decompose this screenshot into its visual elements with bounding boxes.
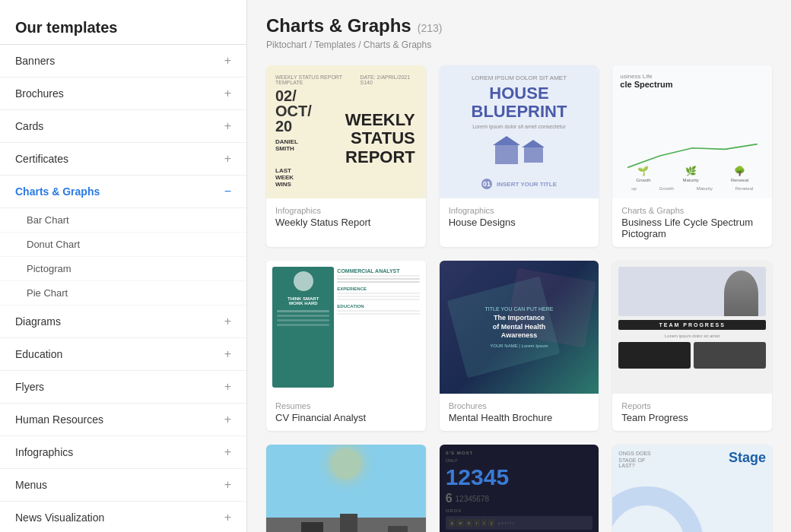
template-card-cv-financial[interactable]: THINK SMARTWORK HARD COMMERCIAL ANALYST … bbox=[266, 261, 426, 431]
sidebar-icon-human-resources: + bbox=[224, 413, 231, 426]
sidebar-icon-diagrams: + bbox=[224, 315, 231, 328]
sub-item-bar-chart[interactable]: Bar Chart bbox=[0, 208, 246, 233]
template-info-cv-financial: Resumes CV Financial Analyst bbox=[266, 394, 426, 431]
template-thumb-stage: ONGS DOES STAGE OF LAST? Stage Stage 1 S… bbox=[612, 445, 772, 532]
sub-label-bar-chart: Bar Chart bbox=[27, 214, 69, 226]
sub-item-pie-chart[interactable]: Pie Chart bbox=[0, 281, 246, 306]
sidebar-item-flyers[interactable]: Flyers+ bbox=[0, 371, 246, 404]
sidebar-label-brochures: Brochures bbox=[15, 87, 64, 100]
sidebar: Our templates Banners+Brochures+Cards+Ce… bbox=[0, 0, 247, 532]
template-card-weekly-status[interactable]: WEEKLY STATUS REPORT TEMPLATEDATE: 2/APR… bbox=[266, 65, 426, 247]
template-name-cv-financial: CV Financial Analyst bbox=[275, 412, 417, 423]
sidebar-item-infographics[interactable]: Infographics+ bbox=[0, 436, 246, 469]
sidebar-icon-infographics: + bbox=[224, 445, 231, 459]
template-card-house-blueprint[interactable]: LOREM IPSUM DOLOR SIT AMET HOUSEBLUEPRIN… bbox=[440, 65, 599, 247]
breadcrumb: Piktochart / Templates / Charts & Graphs bbox=[266, 40, 772, 50]
sidebar-label-certificates: Certificates bbox=[15, 153, 68, 165]
template-card-dashboard[interactable]: S'S MOST ONLY 12345 6 12345678 ORDS q w … bbox=[440, 445, 599, 532]
template-thumb-dashboard: S'S MOST ONLY 12345 6 12345678 ORDS q w … bbox=[440, 445, 599, 532]
template-thumb-team-progress: TEAM PROGRESS Lorem ipsum dolor sit amet bbox=[612, 261, 772, 394]
template-name-business-lifecycle: Business Life Cycle Spectrum Pictogram bbox=[621, 217, 763, 239]
sub-item-pictogram[interactable]: Pictogram bbox=[0, 257, 246, 281]
template-thumb-house-blueprint: LOREM IPSUM DOLOR SIT AMET HOUSEBLUEPRIN… bbox=[440, 65, 599, 198]
template-category-cv-financial: Resumes bbox=[275, 401, 417, 410]
sidebar-item-human-resources[interactable]: Human Resources+ bbox=[0, 404, 246, 436]
sidebar-item-brochures[interactable]: Brochures+ bbox=[0, 78, 246, 110]
template-category-business-lifecycle: Charts & Graphs bbox=[621, 206, 763, 215]
templates-grid: WEEKLY STATUS REPORT TEMPLATEDATE: 2/APR… bbox=[266, 65, 772, 532]
template-count: (213) bbox=[418, 22, 443, 34]
sidebar-item-certificates[interactable]: Certificates+ bbox=[0, 143, 246, 176]
template-name-team-progress: Team Progress bbox=[621, 412, 763, 423]
template-info-mental-health: Brochures Mental Health Brochure bbox=[440, 394, 599, 431]
main-content: Charts & Graphs (213) Piktochart / Templ… bbox=[247, 0, 791, 532]
template-name-house-blueprint: House Designs bbox=[449, 217, 590, 228]
template-name-mental-health: Mental Health Brochure bbox=[449, 412, 590, 423]
page-header: Charts & Graphs (213) Piktochart / Templ… bbox=[266, 15, 772, 50]
template-card-business-lifecycle[interactable]: usiness Life cle Spectrum 🌱 Growth 🌿 Mat… bbox=[612, 65, 772, 247]
sidebar-icon-charts-graphs: − bbox=[224, 185, 231, 198]
sidebar-label-cards: Cards bbox=[15, 120, 43, 132]
sidebar-label-infographics: Infographics bbox=[15, 446, 73, 458]
page-title-text: Charts & Graphs bbox=[266, 15, 411, 36]
template-thumb-mental-health: TITLE YOU CAN PUT HERE The Importanceof … bbox=[440, 261, 599, 394]
template-thumb-business-lifecycle: usiness Life cle Spectrum 🌱 Growth 🌿 Mat… bbox=[612, 65, 772, 198]
sidebar-label-charts-graphs: Charts & Graphs bbox=[15, 185, 100, 198]
sidebar-item-charts-graphs[interactable]: Charts & Graphs− bbox=[0, 176, 246, 208]
sub-label-donut-chart: Donut Chart bbox=[27, 239, 80, 250]
template-info-house-blueprint: Infographics House Designs bbox=[440, 198, 599, 236]
sub-item-donut-chart[interactable]: Donut Chart bbox=[0, 233, 246, 257]
sidebar-icon-brochures: + bbox=[224, 87, 231, 100]
template-card-mental-health[interactable]: TITLE YOU CAN PUT HERE The Importanceof … bbox=[440, 261, 599, 431]
template-category-mental-health: Brochures bbox=[449, 401, 590, 410]
template-info-team-progress: Reports Team Progress bbox=[612, 394, 772, 431]
sidebar-item-education[interactable]: Education+ bbox=[0, 338, 246, 371]
sidebar-item-banners[interactable]: Banners+ bbox=[0, 45, 246, 78]
sidebar-label-education: Education bbox=[15, 348, 62, 360]
sidebar-icon-cards: + bbox=[224, 119, 231, 133]
sidebar-label-human-resources: Human Resources bbox=[15, 413, 103, 426]
template-info-weekly-status: Infographics Weekly Status Report bbox=[266, 198, 426, 236]
sub-items-charts-graphs: Bar ChartDonut ChartPictogramPie Chart bbox=[0, 208, 246, 306]
template-thumb-buildings bbox=[266, 445, 426, 532]
sidebar-label-news-visualization: News Visualization bbox=[15, 511, 104, 524]
sidebar-item-cards[interactable]: Cards+ bbox=[0, 110, 246, 143]
sidebar-icon-flyers: + bbox=[224, 380, 231, 394]
template-name-weekly-status: Weekly Status Report bbox=[275, 217, 417, 228]
sidebar-label-menus: Menus bbox=[15, 479, 47, 491]
sidebar-icon-banners: + bbox=[224, 54, 231, 68]
template-card-buildings[interactable]: Infographics City Buildings bbox=[266, 445, 426, 532]
template-category-team-progress: Reports bbox=[621, 401, 763, 410]
template-category-weekly-status: Infographics bbox=[275, 206, 417, 215]
sidebar-label-banners: Banners bbox=[15, 55, 55, 67]
template-card-team-progress[interactable]: TEAM PROGRESS Lorem ipsum dolor sit amet… bbox=[612, 261, 772, 431]
template-info-business-lifecycle: Charts & Graphs Business Life Cycle Spec… bbox=[612, 198, 772, 247]
sidebar-icon-certificates: + bbox=[224, 152, 231, 166]
sidebar-title: Our templates bbox=[0, 8, 246, 45]
sidebar-item-news-visualization[interactable]: News Visualization+ bbox=[0, 502, 246, 532]
sidebar-label-flyers: Flyers bbox=[15, 381, 44, 393]
sidebar-label-diagrams: Diagrams bbox=[15, 315, 61, 328]
template-thumb-cv-financial: THINK SMARTWORK HARD COMMERCIAL ANALYST … bbox=[266, 261, 426, 394]
template-card-stage[interactable]: ONGS DOES STAGE OF LAST? Stage Stage 1 S… bbox=[612, 445, 772, 532]
sidebar-icon-menus: + bbox=[224, 478, 231, 492]
sidebar-icon-education: + bbox=[224, 347, 231, 361]
page-title: Charts & Graphs (213) bbox=[266, 15, 772, 36]
sub-label-pictogram: Pictogram bbox=[27, 263, 71, 274]
template-category-house-blueprint: Infographics bbox=[449, 206, 590, 215]
sidebar-icon-news-visualization: + bbox=[224, 511, 231, 524]
template-thumb-weekly-status: WEEKLY STATUS REPORT TEMPLATEDATE: 2/APR… bbox=[266, 65, 426, 198]
sidebar-item-menus[interactable]: Menus+ bbox=[0, 469, 246, 502]
sub-label-pie-chart: Pie Chart bbox=[27, 287, 68, 299]
sidebar-item-diagrams[interactable]: Diagrams+ bbox=[0, 306, 246, 338]
